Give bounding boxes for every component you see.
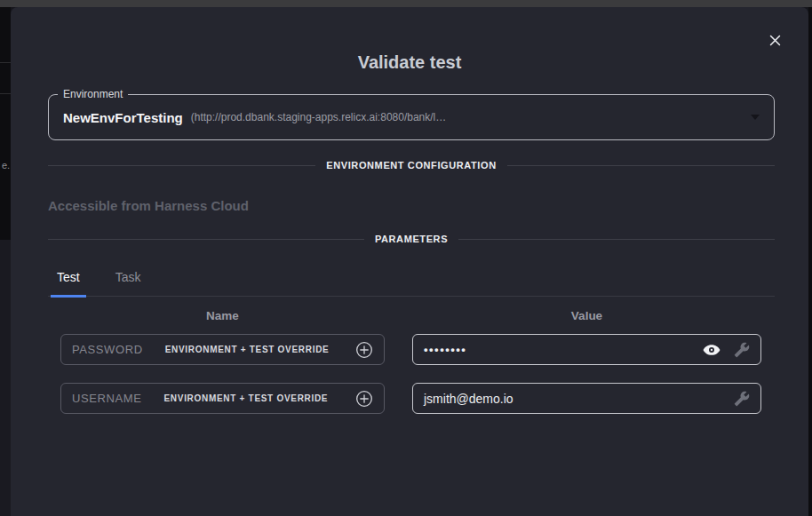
override-badge: ENVIRONMENT + TEST OVERRIDE	[165, 345, 330, 354]
dialog-title: Validate test	[11, 7, 808, 73]
background-page-right-edge	[808, 7, 812, 516]
background-text-fragment: e.	[2, 160, 10, 171]
edit-wrench-icon[interactable]	[734, 342, 750, 358]
environment-selected-url: (http://prod.dbank.staging-apps.relicx.a…	[191, 111, 447, 123]
divider-line	[507, 165, 775, 166]
parameter-name: USERNAME	[72, 392, 141, 405]
add-override-icon[interactable]	[355, 390, 373, 408]
parameter-value-masked: ••••••••	[424, 343, 466, 356]
parameter-value: jsmith@demo.io	[424, 392, 513, 406]
parameter-value-field[interactable]: jsmith@demo.io	[412, 383, 761, 414]
parameters-table-header: Name Value	[48, 309, 775, 322]
parameter-name: PASSWORD	[72, 343, 143, 356]
close-icon[interactable]	[763, 28, 786, 52]
environment-select-label: Environment	[58, 87, 128, 101]
validate-test-dialog: Validate test Environment NewEnvForTesti…	[11, 7, 808, 516]
page-top-bar	[0, 0, 812, 7]
environment-configuration-divider: ENVIRONMENT CONFIGURATION	[48, 160, 775, 171]
background-divider	[0, 93, 11, 94]
tab-task[interactable]: Task	[109, 261, 147, 298]
section-label: PARAMETERS	[375, 234, 448, 245]
parameter-value-field[interactable]: ••••••••	[412, 334, 761, 365]
background-page-left-edge: e.	[0, 7, 11, 516]
override-badge: ENVIRONMENT + TEST OVERRIDE	[163, 393, 328, 403]
divider-line	[458, 239, 775, 240]
divider-line	[48, 239, 364, 240]
environment-access-note: Accessible from Harness Cloud	[48, 198, 775, 214]
divider-line	[48, 165, 315, 166]
parameters-divider: PARAMETERS	[48, 234, 775, 245]
environment-select[interactable]: Environment NewEnvForTesting (http://pro…	[48, 94, 775, 140]
background-divider	[0, 62, 11, 63]
environment-selected-name: NewEnvForTesting	[63, 110, 183, 125]
tab-test[interactable]: Test	[51, 261, 86, 298]
edit-wrench-icon[interactable]	[734, 391, 750, 407]
show-password-eye-icon[interactable]	[702, 340, 721, 360]
background-page-lower	[0, 240, 11, 516]
column-header-name: Name	[60, 309, 385, 322]
add-override-icon[interactable]	[355, 341, 373, 359]
parameter-row-username: USERNAME ENVIRONMENT + TEST OVERRIDE jsm…	[48, 383, 775, 414]
section-label: ENVIRONMENT CONFIGURATION	[326, 160, 496, 171]
parameter-row-password: PASSWORD ENVIRONMENT + TEST OVERRIDE •••…	[48, 334, 775, 365]
parameter-name-box: USERNAME ENVIRONMENT + TEST OVERRIDE	[60, 383, 385, 414]
chevron-down-icon	[751, 115, 760, 120]
parameters-tab-bar: Test Task	[48, 261, 775, 297]
parameter-name-box: PASSWORD ENVIRONMENT + TEST OVERRIDE	[60, 334, 385, 365]
column-header-value: Value	[412, 309, 761, 322]
